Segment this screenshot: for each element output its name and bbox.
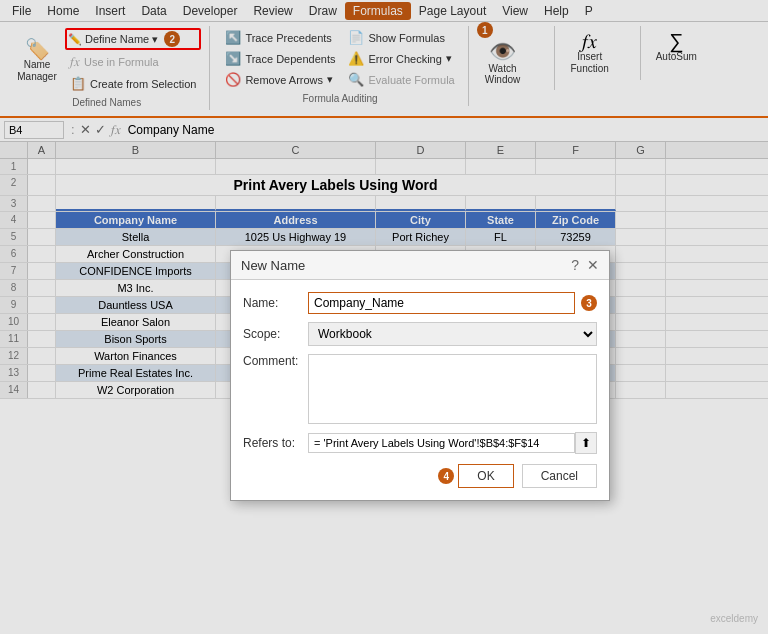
scope-select[interactable]: Workbook bbox=[308, 322, 597, 346]
dialog-controls: ? ✕ bbox=[571, 257, 599, 273]
refers-to-collapse-button[interactable]: ⬆ bbox=[575, 432, 597, 454]
badge-3: 3 bbox=[581, 295, 597, 311]
dialog-help-icon[interactable]: ? bbox=[571, 257, 579, 273]
dialog-buttons: 4 OK Cancel bbox=[243, 464, 597, 488]
badge-4: 4 bbox=[438, 468, 454, 484]
new-name-dialog: New Name ? ✕ Name: 3 Scope: Workbook Com… bbox=[230, 250, 610, 501]
ok-button[interactable]: OK bbox=[458, 464, 513, 488]
name-input[interactable] bbox=[308, 292, 575, 314]
refers-to-label: Refers to: bbox=[243, 436, 308, 450]
scope-field-label: Scope: bbox=[243, 327, 308, 341]
dialog-title: New Name bbox=[241, 258, 305, 273]
name-field-label: Name: bbox=[243, 296, 308, 310]
dialog-body: Name: 3 Scope: Workbook Comment: Refers … bbox=[231, 280, 609, 500]
dialog-title-bar: New Name ? ✕ bbox=[231, 251, 609, 280]
dialog-refers-row: Refers to: ⬆ bbox=[243, 432, 597, 454]
comment-textarea[interactable] bbox=[308, 354, 597, 424]
dialog-comment-row: Comment: bbox=[243, 354, 597, 424]
comment-field-label: Comment: bbox=[243, 354, 308, 368]
cancel-button[interactable]: Cancel bbox=[522, 464, 597, 488]
refers-to-input[interactable] bbox=[308, 433, 575, 453]
dialog-scope-row: Scope: Workbook bbox=[243, 322, 597, 346]
dialog-close-icon[interactable]: ✕ bbox=[587, 257, 599, 273]
dialog-name-row: Name: 3 bbox=[243, 292, 597, 314]
